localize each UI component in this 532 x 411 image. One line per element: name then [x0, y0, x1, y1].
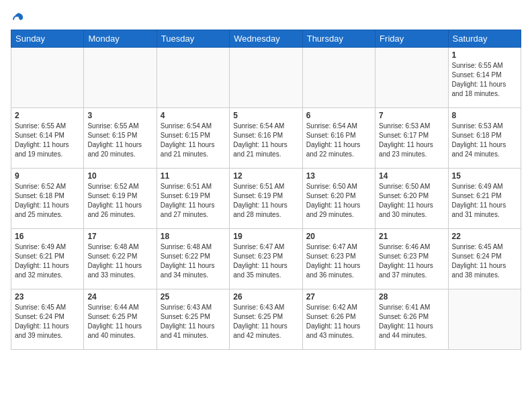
day-info: Sunrise: 6:48 AM Sunset: 6:22 PM Dayligh… [161, 242, 226, 280]
day-number: 3 [87, 111, 152, 120]
day-number: 21 [379, 232, 444, 241]
day-info: Sunrise: 6:45 AM Sunset: 6:24 PM Dayligh… [452, 242, 517, 280]
day-info: Sunrise: 6:49 AM Sunset: 6:21 PM Dayligh… [15, 242, 80, 280]
day-info: Sunrise: 6:48 AM Sunset: 6:22 PM Dayligh… [87, 242, 152, 280]
day-number: 12 [233, 171, 298, 181]
calendar-cell [448, 289, 521, 350]
day-info: Sunrise: 6:49 AM Sunset: 6:21 PM Dayligh… [452, 182, 517, 220]
day-info: Sunrise: 6:50 AM Sunset: 6:20 PM Dayligh… [379, 182, 444, 220]
day-info: Sunrise: 6:55 AM Sunset: 6:15 PM Dayligh… [87, 122, 152, 159]
day-of-week-header: Saturday [448, 30, 521, 48]
day-number: 25 [161, 292, 226, 302]
calendar-cell: 28Sunrise: 6:41 AM Sunset: 6:26 PM Dayli… [375, 289, 448, 350]
day-number: 4 [161, 111, 226, 120]
logo [11, 11, 24, 23]
day-info: Sunrise: 6:54 AM Sunset: 6:15 PM Dayligh… [161, 122, 226, 159]
calendar-cell: 1Sunrise: 6:55 AM Sunset: 6:14 PM Daylig… [448, 48, 521, 108]
day-of-week-header: Wednesday [230, 30, 302, 48]
calendar-cell: 23Sunrise: 6:45 AM Sunset: 6:24 PM Dayli… [11, 289, 84, 350]
calendar-cell [157, 48, 229, 108]
day-info: Sunrise: 6:55 AM Sunset: 6:14 PM Dayligh… [452, 61, 517, 99]
day-number: 17 [87, 232, 152, 241]
calendar-header-row: SundayMondayTuesdayWednesdayThursdayFrid… [11, 30, 521, 48]
calendar-cell: 11Sunrise: 6:51 AM Sunset: 6:19 PM Dayli… [157, 169, 229, 229]
day-info: Sunrise: 6:52 AM Sunset: 6:19 PM Dayligh… [87, 182, 152, 220]
day-info: Sunrise: 6:47 AM Sunset: 6:23 PM Dayligh… [306, 242, 371, 280]
day-of-week-header: Thursday [302, 30, 375, 48]
calendar-cell: 13Sunrise: 6:50 AM Sunset: 6:20 PM Dayli… [302, 169, 375, 229]
calendar-cell: 18Sunrise: 6:48 AM Sunset: 6:22 PM Dayli… [157, 229, 229, 289]
day-info: Sunrise: 6:53 AM Sunset: 6:17 PM Dayligh… [379, 122, 444, 159]
day-info: Sunrise: 6:41 AM Sunset: 6:26 PM Dayligh… [379, 303, 444, 340]
day-info: Sunrise: 6:51 AM Sunset: 6:19 PM Dayligh… [161, 182, 226, 220]
day-of-week-header: Sunday [11, 30, 84, 48]
day-number: 5 [233, 111, 298, 120]
calendar-cell: 9Sunrise: 6:52 AM Sunset: 6:18 PM Daylig… [11, 169, 84, 229]
day-info: Sunrise: 6:42 AM Sunset: 6:26 PM Dayligh… [306, 303, 371, 340]
day-info: Sunrise: 6:44 AM Sunset: 6:25 PM Dayligh… [87, 303, 152, 340]
day-number: 24 [87, 292, 152, 302]
calendar-cell: 10Sunrise: 6:52 AM Sunset: 6:19 PM Dayli… [84, 169, 157, 229]
day-number: 22 [452, 232, 517, 241]
day-number: 11 [161, 171, 226, 181]
day-info: Sunrise: 6:51 AM Sunset: 6:19 PM Dayligh… [233, 182, 298, 220]
calendar-week-row: 1Sunrise: 6:55 AM Sunset: 6:14 PM Daylig… [11, 48, 521, 108]
calendar-cell: 16Sunrise: 6:49 AM Sunset: 6:21 PM Dayli… [11, 229, 84, 289]
day-info: Sunrise: 6:54 AM Sunset: 6:16 PM Dayligh… [306, 122, 371, 159]
day-number: 26 [233, 292, 298, 302]
calendar-cell [302, 48, 375, 108]
day-number: 14 [379, 171, 444, 181]
calendar-cell: 12Sunrise: 6:51 AM Sunset: 6:19 PM Dayli… [230, 169, 302, 229]
day-number: 27 [306, 292, 371, 302]
calendar-cell: 3Sunrise: 6:55 AM Sunset: 6:15 PM Daylig… [84, 108, 157, 169]
calendar-cell: 15Sunrise: 6:49 AM Sunset: 6:21 PM Dayli… [448, 169, 521, 229]
calendar-cell: 25Sunrise: 6:43 AM Sunset: 6:25 PM Dayli… [157, 289, 229, 350]
calendar-cell: 22Sunrise: 6:45 AM Sunset: 6:24 PM Dayli… [448, 229, 521, 289]
calendar-cell: 14Sunrise: 6:50 AM Sunset: 6:20 PM Dayli… [375, 169, 448, 229]
calendar-cell: 6Sunrise: 6:54 AM Sunset: 6:16 PM Daylig… [302, 108, 375, 169]
day-info: Sunrise: 6:47 AM Sunset: 6:23 PM Dayligh… [233, 242, 298, 280]
day-number: 16 [15, 232, 80, 241]
calendar-cell: 5Sunrise: 6:54 AM Sunset: 6:16 PM Daylig… [230, 108, 302, 169]
calendar-cell: 27Sunrise: 6:42 AM Sunset: 6:26 PM Dayli… [302, 289, 375, 350]
calendar-cell: 20Sunrise: 6:47 AM Sunset: 6:23 PM Dayli… [302, 229, 375, 289]
calendar-cell: 21Sunrise: 6:46 AM Sunset: 6:23 PM Dayli… [375, 229, 448, 289]
day-number: 8 [452, 111, 517, 120]
day-number: 7 [379, 111, 444, 120]
calendar-cell: 2Sunrise: 6:55 AM Sunset: 6:14 PM Daylig… [11, 108, 84, 169]
day-number: 13 [306, 171, 371, 181]
day-info: Sunrise: 6:46 AM Sunset: 6:23 PM Dayligh… [379, 242, 444, 280]
day-info: Sunrise: 6:43 AM Sunset: 6:25 PM Dayligh… [233, 303, 298, 340]
day-number: 1 [452, 50, 517, 60]
calendar-cell [375, 48, 448, 108]
calendar-cell [230, 48, 302, 108]
calendar-cell [84, 48, 157, 108]
calendar-cell: 7Sunrise: 6:53 AM Sunset: 6:17 PM Daylig… [375, 108, 448, 169]
day-info: Sunrise: 6:55 AM Sunset: 6:14 PM Dayligh… [15, 122, 80, 159]
day-number: 28 [379, 292, 444, 302]
day-info: Sunrise: 6:52 AM Sunset: 6:18 PM Dayligh… [15, 182, 80, 220]
day-number: 9 [15, 171, 80, 181]
calendar-week-row: 23Sunrise: 6:45 AM Sunset: 6:24 PM Dayli… [11, 289, 521, 350]
day-number: 15 [452, 171, 517, 181]
day-of-week-header: Tuesday [157, 30, 229, 48]
day-info: Sunrise: 6:50 AM Sunset: 6:20 PM Dayligh… [306, 182, 371, 220]
day-number: 18 [161, 232, 226, 241]
day-number: 23 [15, 292, 80, 302]
day-number: 10 [87, 171, 152, 181]
day-info: Sunrise: 6:53 AM Sunset: 6:18 PM Dayligh… [452, 122, 517, 159]
day-info: Sunrise: 6:54 AM Sunset: 6:16 PM Dayligh… [233, 122, 298, 159]
day-number: 20 [306, 232, 371, 241]
calendar-cell: 24Sunrise: 6:44 AM Sunset: 6:25 PM Dayli… [84, 289, 157, 350]
day-info: Sunrise: 6:45 AM Sunset: 6:24 PM Dayligh… [15, 303, 80, 340]
calendar-week-row: 2Sunrise: 6:55 AM Sunset: 6:14 PM Daylig… [11, 108, 521, 169]
calendar-cell: 17Sunrise: 6:48 AM Sunset: 6:22 PM Dayli… [84, 229, 157, 289]
page-header [11, 11, 521, 23]
calendar-cell: 19Sunrise: 6:47 AM Sunset: 6:23 PM Dayli… [230, 229, 302, 289]
day-number: 19 [233, 232, 298, 241]
calendar-week-row: 16Sunrise: 6:49 AM Sunset: 6:21 PM Dayli… [11, 229, 521, 289]
calendar-cell: 8Sunrise: 6:53 AM Sunset: 6:18 PM Daylig… [448, 108, 521, 169]
day-number: 6 [306, 111, 371, 120]
day-number: 2 [15, 111, 80, 120]
day-of-week-header: Monday [84, 30, 157, 48]
